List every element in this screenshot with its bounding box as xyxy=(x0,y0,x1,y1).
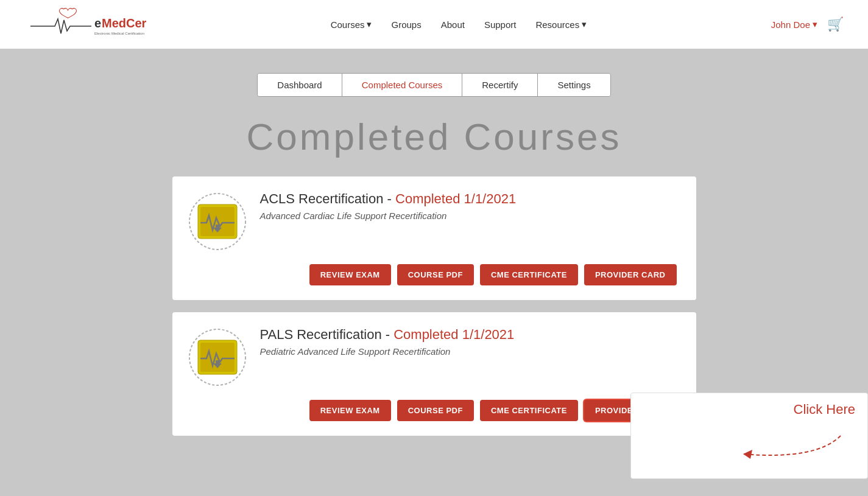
review-exam-button-pals[interactable]: REVIEW EXAM xyxy=(309,400,391,421)
course-top-pals: PALS Recertification - Completed 1/1/202… xyxy=(187,327,677,388)
cart-button[interactable]: 🛒 xyxy=(827,16,844,32)
tab-completed-courses[interactable]: Completed Courses xyxy=(342,74,463,96)
tabs: Dashboard Completed Courses Recertify Se… xyxy=(257,73,610,97)
svg-text:Electronic  Medical  Certifica: Electronic Medical Certification xyxy=(94,32,144,35)
cme-certificate-button-acls[interactable]: CME CERTIFICATE xyxy=(480,264,578,285)
course-top: ACLS Recertification - Completed 1/1/202… xyxy=(187,191,677,252)
click-here-text: Click Here xyxy=(794,402,855,417)
nav-support[interactable]: Support xyxy=(484,19,517,30)
content-area: ACLS Recertification - Completed 1/1/202… xyxy=(160,176,708,472)
svg-rect-9 xyxy=(216,225,219,229)
course-subtitle-acls: Advanced Cardiac Life Support Recertific… xyxy=(260,211,677,221)
course-title-pals: PALS Recertification - Completed 1/1/202… xyxy=(260,327,677,343)
course-badge-acls xyxy=(187,191,248,252)
svg-rect-14 xyxy=(216,360,219,365)
course-actions-acls: REVIEW EXAM COURSE PDF CME CERTIFICATE P… xyxy=(187,264,677,285)
logo[interactable]: e MedCert Electronic Medical Certificati… xyxy=(24,8,146,41)
review-exam-button-acls[interactable]: REVIEW EXAM xyxy=(309,264,391,285)
course-subtitle-pals: Pediatric Advanced Life Support Recertif… xyxy=(260,346,677,357)
svg-marker-15 xyxy=(743,450,752,459)
course-pdf-button-acls[interactable]: COURSE PDF xyxy=(397,264,474,285)
course-badge-pals xyxy=(187,327,248,388)
cme-certificate-button-pals[interactable]: CME CERTIFICATE xyxy=(480,400,578,421)
main-nav: Courses ▾ Groups About Support Resources… xyxy=(331,19,587,30)
course-actions-pals: REVIEW EXAM COURSE PDF CME CERTIFICATE P… xyxy=(187,400,677,421)
page-title: Completed Courses xyxy=(0,115,868,158)
provider-card-button-acls[interactable]: PROVIDER CARD xyxy=(584,264,677,285)
tabs-container: Dashboard Completed Courses Recertify Se… xyxy=(0,73,868,97)
course-info-acls: ACLS Recertification - Completed 1/1/202… xyxy=(260,191,677,221)
header-right: John Doe ▾ 🛒 xyxy=(771,16,844,32)
course-title-acls: ACLS Recertification - Completed 1/1/202… xyxy=(260,191,677,207)
header: e MedCert Electronic Medical Certificati… xyxy=(0,0,868,49)
course-info-pals: PALS Recertification - Completed 1/1/202… xyxy=(260,327,677,357)
tooltip-popup: Click Here xyxy=(630,393,868,479)
nav-about[interactable]: About xyxy=(441,19,465,30)
chevron-down-icon: ▾ xyxy=(582,19,587,30)
nav-resources[interactable]: Resources ▾ xyxy=(535,19,587,30)
tab-recertify[interactable]: Recertify xyxy=(462,74,538,96)
chevron-down-icon: ▾ xyxy=(367,19,372,30)
dashed-arrow-icon xyxy=(719,430,853,466)
user-menu[interactable]: John Doe ▾ xyxy=(771,19,817,30)
tab-settings[interactable]: Settings xyxy=(538,74,610,96)
svg-text:MedCert: MedCert xyxy=(102,16,146,30)
nav-groups[interactable]: Groups xyxy=(391,19,421,30)
course-card-acls: ACLS Recertification - Completed 1/1/202… xyxy=(172,176,696,300)
chevron-down-icon: ▾ xyxy=(813,19,817,30)
course-card-pals: PALS Recertification - Completed 1/1/202… xyxy=(172,312,696,436)
svg-text:e: e xyxy=(94,16,101,30)
nav-courses[interactable]: Courses ▾ xyxy=(331,19,372,30)
course-pdf-button-pals[interactable]: COURSE PDF xyxy=(397,400,474,421)
tab-dashboard[interactable]: Dashboard xyxy=(258,74,342,96)
